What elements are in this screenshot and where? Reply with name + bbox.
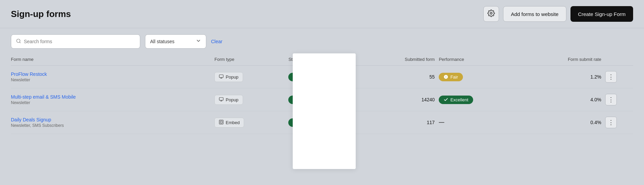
toolbar: All statuses Clear <box>0 28 644 53</box>
type-label: Popup <box>226 97 239 102</box>
search-wrapper <box>11 34 140 49</box>
status-badge: Live <box>288 118 313 127</box>
page-title: Sign-up forms <box>11 9 71 19</box>
performance-badge: ! Fair <box>439 73 463 81</box>
col-header-submitted: Submitted form <box>353 53 439 66</box>
submit-rate: 1.2% <box>590 74 601 80</box>
submitted-count: 117 <box>427 120 435 125</box>
performance-label: Excellent <box>450 97 468 102</box>
clear-button[interactable]: Clear <box>211 39 222 44</box>
search-icon <box>16 38 21 45</box>
status-badge: Live <box>288 73 313 81</box>
type-label: Embed <box>226 120 240 125</box>
more-icon: ⋮ <box>608 119 614 125</box>
forms-table: Form name Form type Status Submitted for… <box>11 53 633 134</box>
table-row: ProFlow Restock Newsletter Popup Live 55… <box>11 66 633 88</box>
submit-rate: 0.4% <box>590 120 601 125</box>
col-header-performance: Performance <box>439 53 531 66</box>
svg-marker-6 <box>295 75 297 78</box>
type-icon <box>219 74 224 80</box>
type-icon <box>219 97 224 103</box>
submitted-count: 55 <box>430 74 435 80</box>
submitted-count: 14240 <box>421 97 435 102</box>
form-sub: Newsletter <box>11 78 210 82</box>
more-options-button[interactable]: ⋮ <box>605 117 617 128</box>
performance-label: Fair <box>450 74 458 80</box>
type-icon <box>219 120 224 125</box>
settings-button[interactable] <box>483 6 499 22</box>
status-label: Live <box>300 97 308 102</box>
col-header-form-name: Form name <box>11 53 214 66</box>
type-badge: Embed <box>214 118 244 128</box>
type-badge: Popup <box>214 72 243 82</box>
create-form-button[interactable]: Create Sign-up Form <box>570 6 633 22</box>
svg-rect-13 <box>219 120 223 124</box>
page-wrapper: Sign-up forms Add forms to website Creat… <box>0 0 644 185</box>
svg-point-0 <box>490 12 492 14</box>
status-filter[interactable]: All statuses <box>145 34 206 49</box>
status-label: Live <box>300 120 308 125</box>
table-container: Form name Form type Status Submitted for… <box>0 53 644 134</box>
type-label: Popup <box>226 74 239 80</box>
svg-rect-9 <box>219 97 223 100</box>
live-icon <box>293 120 298 125</box>
col-header-rate: Form submit rate <box>531 53 605 66</box>
header-actions: Add forms to website Create Sign-up Form <box>483 6 633 22</box>
col-header-actions <box>605 53 633 66</box>
live-icon <box>293 74 298 79</box>
col-header-form-type: Form type <box>214 53 288 66</box>
type-badge: Popup <box>214 95 243 105</box>
svg-line-2 <box>19 42 20 43</box>
svg-text:!: ! <box>446 75 447 79</box>
form-name-link[interactable]: Daily Deals Signup <box>11 117 210 122</box>
status-filter-label: All statuses <box>150 39 193 44</box>
performance-badge: — <box>439 119 444 125</box>
form-name-link[interactable]: Multi-step email & SMS Mobile <box>11 94 210 100</box>
svg-rect-3 <box>219 74 223 77</box>
more-icon: ⋮ <box>608 74 614 80</box>
form-sub: Newsletter <box>11 100 210 105</box>
search-input[interactable] <box>24 39 135 44</box>
svg-marker-12 <box>295 98 297 101</box>
form-sub: Newsletter, SMS Subscribers <box>11 123 210 128</box>
gear-icon <box>487 10 495 19</box>
more-options-button[interactable]: ⋮ <box>605 94 617 105</box>
more-icon: ⋮ <box>608 97 614 103</box>
live-icon <box>293 97 298 102</box>
chevron-down-icon <box>196 38 201 45</box>
submit-rate: 4.0% <box>590 97 601 102</box>
form-name-link[interactable]: ProFlow Restock <box>11 71 210 77</box>
more-options-button[interactable]: ⋮ <box>605 71 617 83</box>
svg-rect-14 <box>220 121 222 123</box>
svg-marker-15 <box>295 121 297 124</box>
performance-badge: Excellent <box>439 96 473 104</box>
header: Sign-up forms Add forms to website Creat… <box>0 0 644 28</box>
table-row: Multi-step email & SMS Mobile Newsletter… <box>11 88 633 111</box>
add-forms-button[interactable]: Add forms to website <box>503 6 566 22</box>
status-label: Live <box>300 74 308 80</box>
table-row: Daily Deals Signup Newsletter, SMS Subsc… <box>11 111 633 134</box>
col-header-status: Status <box>288 53 353 66</box>
status-badge: Live <box>288 96 313 104</box>
